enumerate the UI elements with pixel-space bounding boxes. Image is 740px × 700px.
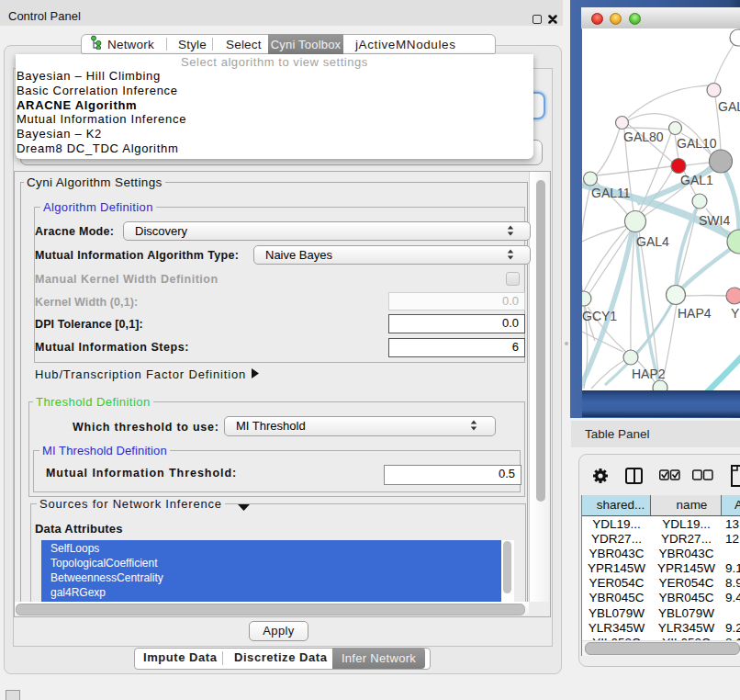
svg-text:GCY1: GCY1 xyxy=(582,309,617,323)
svg-text:GAL10: GAL10 xyxy=(677,136,717,151)
svg-text:GAL11: GAL11 xyxy=(591,186,631,200)
svg-text:HAP2: HAP2 xyxy=(632,367,666,381)
svg-text:GAL4: GAL4 xyxy=(636,234,669,249)
svg-text:GAL: GAL xyxy=(718,99,740,114)
svg-text:GAL1: GAL1 xyxy=(680,173,713,187)
svg-text:HAP4: HAP4 xyxy=(678,306,712,321)
svg-text:SWI4: SWI4 xyxy=(699,213,730,228)
svg-text:Y: Y xyxy=(731,306,740,321)
svg-text:GAL80: GAL80 xyxy=(623,130,664,144)
